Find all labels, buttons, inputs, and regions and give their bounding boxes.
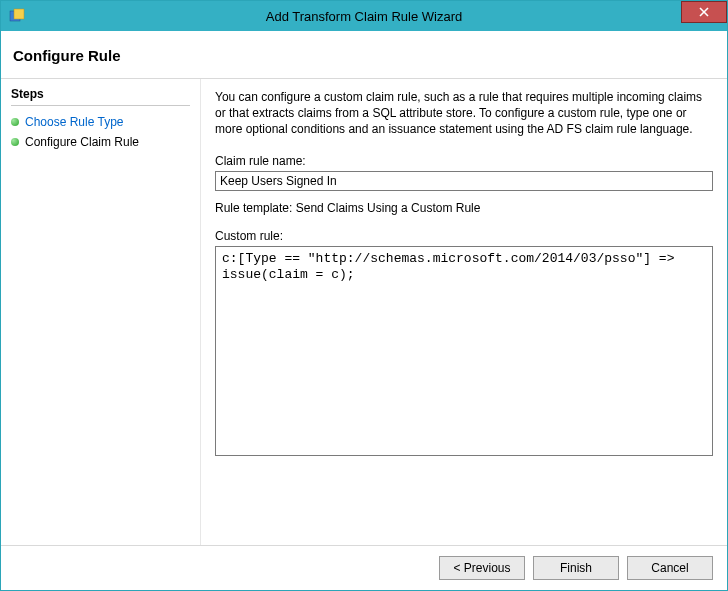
finish-button[interactable]: Finish xyxy=(533,556,619,580)
description-text: You can configure a custom claim rule, s… xyxy=(215,89,713,138)
custom-rule-textarea[interactable] xyxy=(215,246,713,456)
wizard-window: Add Transform Claim Rule Wizard Configur… xyxy=(0,0,728,591)
cancel-button[interactable]: Cancel xyxy=(627,556,713,580)
titlebar: Add Transform Claim Rule Wizard xyxy=(1,1,727,31)
claim-rule-name-input[interactable] xyxy=(215,171,713,191)
step-configure-claim-rule[interactable]: Configure Claim Rule xyxy=(11,132,190,152)
step-bullet-icon xyxy=(11,118,19,126)
app-icon xyxy=(9,8,25,24)
svg-rect-1 xyxy=(14,9,24,19)
step-bullet-icon xyxy=(11,138,19,146)
page-title: Configure Rule xyxy=(13,47,715,64)
claim-rule-name-label: Claim rule name: xyxy=(215,154,713,168)
steps-heading: Steps xyxy=(11,87,190,106)
page-header: Configure Rule xyxy=(1,31,727,78)
step-label: Choose Rule Type xyxy=(25,115,124,129)
button-bar: < Previous Finish Cancel xyxy=(1,545,727,590)
rule-template-text: Rule template: Send Claims Using a Custo… xyxy=(215,201,713,215)
close-button[interactable] xyxy=(681,1,727,23)
custom-rule-label: Custom rule: xyxy=(215,229,713,243)
step-choose-rule-type[interactable]: Choose Rule Type xyxy=(11,112,190,132)
step-label: Configure Claim Rule xyxy=(25,135,139,149)
main-panel: You can configure a custom claim rule, s… xyxy=(201,79,727,545)
previous-button[interactable]: < Previous xyxy=(439,556,525,580)
window-title: Add Transform Claim Rule Wizard xyxy=(1,9,727,24)
steps-sidebar: Steps Choose Rule Type Configure Claim R… xyxy=(1,79,201,545)
close-icon xyxy=(699,7,709,17)
body: Steps Choose Rule Type Configure Claim R… xyxy=(1,79,727,545)
